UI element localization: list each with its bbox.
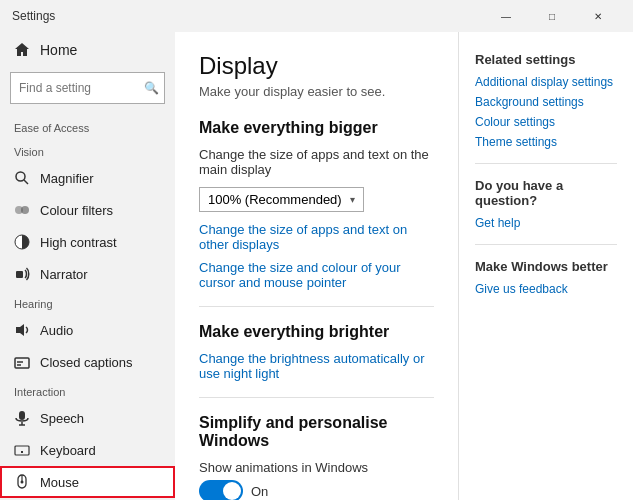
theme-settings-link[interactable]: Theme settings <box>475 135 617 149</box>
section-bigger-heading: Make everything bigger <box>199 119 434 137</box>
titlebar-title: Settings <box>12 9 55 23</box>
narrator-icon <box>14 266 30 282</box>
cursor-link[interactable]: Change the size and colour of your curso… <box>199 260 434 290</box>
vision-label: Vision <box>0 138 175 162</box>
titlebar: Settings — □ ✕ <box>0 0 633 32</box>
maximize-button[interactable]: □ <box>529 0 575 32</box>
sidebar-item-closed-captions[interactable]: Closed captions <box>0 346 175 378</box>
page-title: Display <box>199 52 434 80</box>
colour-filters-label: Colour filters <box>40 203 113 218</box>
sidebar-item-home[interactable]: Home <box>0 32 175 68</box>
speech-icon <box>14 410 30 426</box>
sidebar-item-narrator[interactable]: Narrator <box>0 258 175 290</box>
sidebar-search: 🔍 <box>10 72 165 104</box>
magnifier-label: Magnifier <box>40 171 93 186</box>
sidebar-item-audio[interactable]: Audio <box>0 314 175 346</box>
hearing-label: Hearing <box>0 290 175 314</box>
right-panel-divider-1 <box>475 163 617 164</box>
right-panel: Related settings Additional display sett… <box>458 32 633 500</box>
sidebar-item-keyboard[interactable]: Keyboard <box>0 434 175 466</box>
chevron-down-icon: ▾ <box>350 194 355 205</box>
get-help-link[interactable]: Get help <box>475 216 617 230</box>
close-button[interactable]: ✕ <box>575 0 621 32</box>
sidebar-item-colour-filters[interactable]: Colour filters <box>0 194 175 226</box>
svg-point-22 <box>21 481 24 484</box>
titlebar-controls: — □ ✕ <box>483 0 621 32</box>
related-settings-heading: Related settings <box>475 52 617 67</box>
high-contrast-label: High contrast <box>40 235 117 250</box>
display-scale-value: 100% (Recommended) <box>208 192 342 207</box>
sidebar-item-high-contrast[interactable]: High contrast <box>0 226 175 258</box>
svg-rect-13 <box>15 446 29 455</box>
animations-status: On <box>251 484 268 499</box>
other-displays-link[interactable]: Change the size of apps and text on othe… <box>199 222 434 252</box>
magnifier-icon <box>14 170 30 186</box>
sidebar-home-label: Home <box>40 42 77 58</box>
svg-rect-10 <box>19 411 25 420</box>
sidebar: Home 🔍 Ease of Access Vision Magnifier <box>0 32 175 500</box>
question-heading: Do you have a question? <box>475 178 617 208</box>
keyboard-label: Keyboard <box>40 443 96 458</box>
search-icon: 🔍 <box>144 81 159 95</box>
keyboard-icon <box>14 442 30 458</box>
animations-label: Show animations in Windows <box>199 460 434 475</box>
audio-label: Audio <box>40 323 73 338</box>
mouse-label: Mouse <box>40 475 79 490</box>
search-input[interactable] <box>10 72 165 104</box>
additional-display-link[interactable]: Additional display settings <box>475 75 617 89</box>
svg-rect-5 <box>16 271 23 278</box>
sidebar-item-speech[interactable]: Speech <box>0 402 175 434</box>
high-contrast-icon <box>14 234 30 250</box>
home-icon <box>14 42 30 58</box>
divider-2 <box>199 397 434 398</box>
divider-1 <box>199 306 434 307</box>
app-container: Home 🔍 Ease of Access Vision Magnifier <box>0 32 633 500</box>
colour-filters-icon <box>14 202 30 218</box>
section-bigger-desc: Change the size of apps and text on the … <box>199 147 434 177</box>
animations-toggle[interactable] <box>199 480 243 500</box>
mouse-icon <box>14 474 30 490</box>
speech-label: Speech <box>40 411 84 426</box>
svg-marker-6 <box>16 324 24 336</box>
sidebar-item-magnifier[interactable]: Magnifier <box>0 162 175 194</box>
svg-line-1 <box>24 180 28 184</box>
interaction-label: Interaction <box>0 378 175 402</box>
section-brighter-heading: Make everything brighter <box>199 323 434 341</box>
ease-of-access-label: Ease of Access <box>0 114 175 138</box>
page-subtitle: Make your display easier to see. <box>199 84 434 99</box>
right-panel-divider-2 <box>475 244 617 245</box>
colour-settings-link[interactable]: Colour settings <box>475 115 617 129</box>
narrator-label: Narrator <box>40 267 88 282</box>
background-settings-link[interactable]: Background settings <box>475 95 617 109</box>
brightness-link[interactable]: Change the brightness automatically or u… <box>199 351 434 381</box>
closed-captions-icon <box>14 354 30 370</box>
audio-icon <box>14 322 30 338</box>
section-simplify-heading: Simplify and personalise Windows <box>199 414 434 450</box>
svg-rect-7 <box>15 358 29 368</box>
feedback-link[interactable]: Give us feedback <box>475 282 617 296</box>
display-scale-dropdown[interactable]: 100% (Recommended) ▾ <box>199 187 364 212</box>
windows-better-heading: Make Windows better <box>475 259 617 274</box>
animations-toggle-row: Show animations in Windows On <box>199 460 434 500</box>
closed-captions-label: Closed captions <box>40 355 133 370</box>
main-content: Display Make your display easier to see.… <box>175 32 458 500</box>
sidebar-item-mouse[interactable]: Mouse <box>0 466 175 498</box>
minimize-button[interactable]: — <box>483 0 529 32</box>
animations-toggle-container: On <box>199 480 434 500</box>
svg-point-0 <box>16 172 25 181</box>
svg-point-3 <box>21 206 29 214</box>
